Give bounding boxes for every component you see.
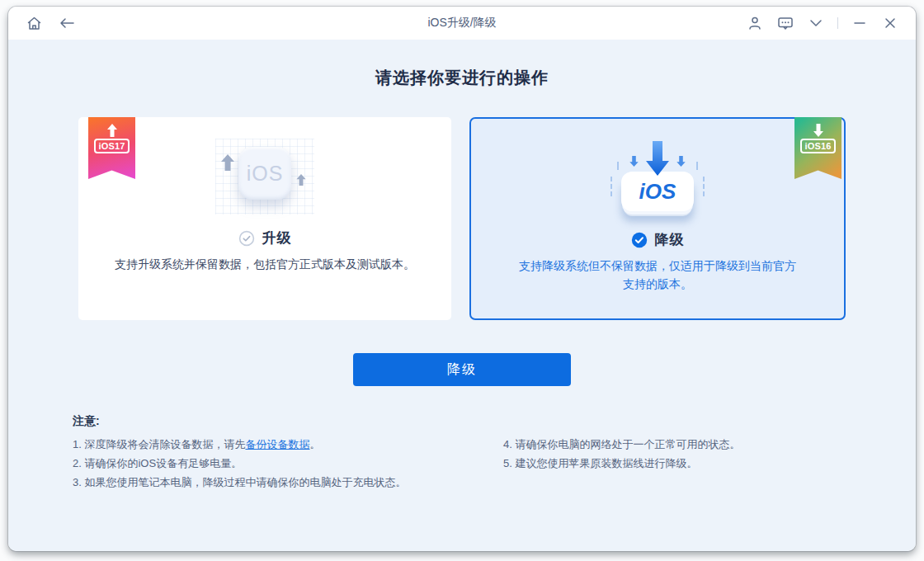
note-number: 4. — [503, 438, 512, 450]
ribbon-label: iOS17 — [94, 139, 129, 153]
dash-decoration — [617, 162, 619, 170]
notes-columns: 1. 深度降级将会清除设备数据，请先备份设备数据。 2. 请确保你的iOS设备有… — [73, 435, 870, 492]
note-text: 请确保你的iOS设备有足够电量。 — [84, 457, 242, 469]
ios17-ribbon: iOS17 — [88, 117, 135, 179]
note-number: 5. — [503, 457, 512, 469]
upgrade-card-title: 升级 — [262, 229, 292, 248]
arrow-up-icon — [103, 123, 121, 138]
option-cards: iOS17 iOS 升级 支持升级系统并保留数据，包括官方正式版本及测试版本。 — [78, 117, 846, 320]
ios-label: iOS — [247, 162, 284, 186]
note-item-4: 4. 请确保你电脑的网络处于一个正常可用的状态。 — [503, 435, 870, 454]
arrow-up-icon — [295, 173, 307, 186]
titlebar-divider — [837, 17, 838, 29]
ios-box-icon: iOS — [238, 147, 291, 200]
arrow-down-icon — [646, 141, 669, 176]
dash-decoration — [696, 162, 698, 170]
downgrade-ios-icon: iOS — [596, 137, 719, 223]
arrow-down-icon — [809, 123, 827, 138]
dash-decoration — [610, 177, 612, 196]
note-item-1: 1. 深度降级将会清除设备数据，请先备份设备数据。 — [73, 435, 503, 454]
notes-section: 注意: 1. 深度降级将会清除设备数据，请先备份设备数据。 2. 请确保你的iO… — [73, 414, 870, 492]
upgrade-card-description: 支持升级系统并保留数据，包括官方正式版本及测试版本。 — [97, 255, 433, 273]
note-item-5: 5. 建议您使用苹果原装数据线进行降级。 — [503, 454, 870, 473]
downgrade-card[interactable]: iOS16 iOS — [469, 117, 846, 320]
main-content: 请选择你要进行的操作 iOS17 iOS — [8, 40, 916, 551]
downgrade-title-row: 降级 — [631, 230, 685, 249]
check-circle-outline-icon — [238, 230, 255, 247]
notes-column-left: 1. 深度降级将会清除设备数据，请先备份设备数据。 2. 请确保你的iOS设备有… — [73, 435, 503, 492]
notes-column-right: 4. 请确保你电脑的网络处于一个正常可用的状态。 5. 建议您使用苹果原装数据线… — [503, 435, 870, 492]
check-circle-filled-icon — [631, 232, 648, 248]
ribbon-label: iOS16 — [800, 139, 835, 153]
note-number: 1. — [73, 438, 82, 450]
note-text: 如果您使用笔记本电脑，降级过程中请确保你的电脑处于充电状态。 — [84, 476, 406, 488]
arrow-up-icon — [219, 153, 236, 172]
note-text: 建议您使用苹果原装数据线进行降级。 — [515, 457, 697, 469]
downgrade-card-title: 降级 — [655, 230, 685, 249]
page-title: 请选择你要进行的操作 — [8, 40, 916, 89]
back-icon[interactable] — [58, 14, 76, 32]
user-icon[interactable] — [746, 14, 764, 32]
note-text: 。 — [309, 438, 320, 450]
upgrade-title-row: 升级 — [238, 229, 292, 248]
minimize-icon[interactable] — [851, 14, 869, 32]
close-icon[interactable] — [881, 14, 899, 32]
app-window: iOS升级/降级 — [8, 7, 916, 551]
downgrade-card-description: 支持降级系统但不保留数据，仅适用于降级到当前官方支持的版本。 — [471, 257, 844, 293]
note-text: 请确保你电脑的网络处于一个正常可用的状态。 — [515, 438, 740, 450]
titlebar: iOS升级/降级 — [8, 7, 916, 40]
ios-box-icon: iOS — [621, 172, 694, 211]
downgrade-button[interactable]: 降级 — [353, 353, 571, 386]
home-icon[interactable] — [25, 14, 43, 32]
upgrade-card[interactable]: iOS17 iOS 升级 支持升级系统并保留数据，包括官方正式版本及测试版本。 — [78, 117, 451, 320]
titlebar-left — [25, 14, 76, 32]
note-number: 3. — [73, 476, 82, 488]
note-item-3: 3. 如果您使用笔记本电脑，降级过程中请确保你的电脑处于充电状态。 — [73, 473, 503, 492]
note-text: 深度降级将会清除设备数据，请先 — [84, 438, 245, 450]
arrow-down-icon — [676, 155, 686, 167]
chevron-down-icon[interactable] — [807, 14, 825, 32]
feedback-message-icon[interactable] — [776, 14, 794, 32]
note-item-2: 2. 请确保你的iOS设备有足够电量。 — [73, 454, 503, 473]
dash-decoration — [703, 177, 705, 196]
upgrade-ios-icon: iOS — [203, 135, 327, 221]
arrow-down-icon — [629, 155, 639, 167]
ios16-ribbon: iOS16 — [794, 117, 842, 179]
notes-heading: 注意: — [73, 414, 870, 429]
titlebar-right — [746, 14, 899, 32]
backup-data-link[interactable]: 备份设备数据 — [245, 438, 309, 450]
ios-label: iOS — [639, 179, 676, 205]
note-number: 2. — [73, 457, 82, 469]
